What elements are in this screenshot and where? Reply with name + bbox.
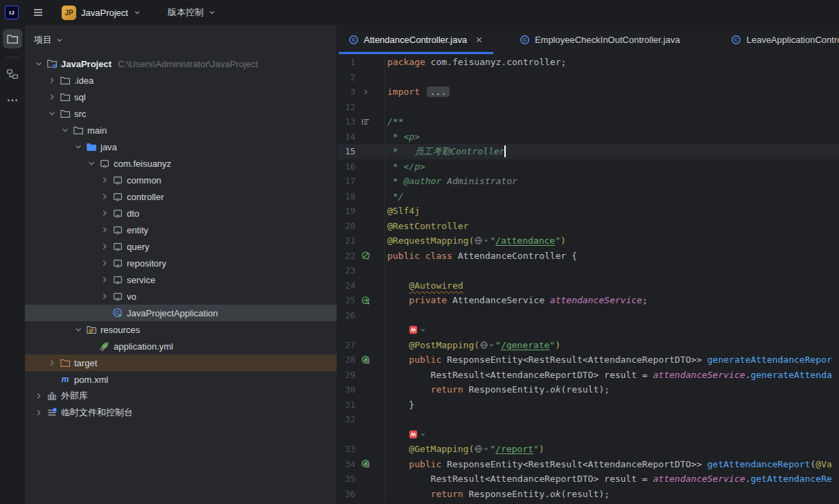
tree-item-service[interactable]: service bbox=[25, 271, 337, 288]
chevron-right-icon[interactable] bbox=[100, 225, 109, 235]
more-tools-button[interactable] bbox=[3, 91, 22, 110]
tree-item-.idea[interactable]: .idea bbox=[25, 72, 337, 89]
chevron-right-icon[interactable] bbox=[100, 192, 109, 201]
chevron-down-icon[interactable] bbox=[87, 159, 96, 168]
spring-bean-icon[interactable] bbox=[361, 251, 371, 260]
code-line[interactable]: 33 @GetMapping("/report") bbox=[337, 442, 839, 457]
chevron-right-icon[interactable] bbox=[100, 291, 109, 301]
code-line[interactable]: 26 bbox=[337, 308, 839, 323]
toggle-rendered-doc-icon[interactable] bbox=[361, 117, 371, 127]
url-globe-icon[interactable] bbox=[474, 444, 489, 453]
inlay-row[interactable] bbox=[337, 323, 839, 338]
java-class-icon: C bbox=[348, 35, 359, 45]
code-line[interactable]: 17 * @author Administrator bbox=[337, 174, 839, 189]
tree-item-controller[interactable]: controller bbox=[25, 188, 337, 205]
chevron-right-icon[interactable] bbox=[100, 258, 109, 268]
code-line[interactable]: 18 */ bbox=[337, 189, 839, 204]
fold-region-toggle-icon[interactable] bbox=[362, 88, 370, 96]
chevron-right-icon[interactable] bbox=[100, 175, 109, 185]
code-line[interactable]: 22public class AttendanceController { bbox=[337, 249, 839, 264]
code-line[interactable]: 2 bbox=[337, 70, 839, 85]
code-line[interactable]: 32 bbox=[337, 412, 839, 427]
code-line[interactable]: 21@RequestMapping("/attendance") bbox=[337, 233, 839, 249]
tree-item-com.feisuanyz[interactable]: com.feisuanyz bbox=[25, 155, 337, 172]
rest-endpoint-icon[interactable] bbox=[361, 459, 371, 469]
tree-item-repository[interactable]: repository bbox=[25, 255, 337, 271]
tab-employeecheckinoutcontroller.java[interactable]: CEmployeeCheckInOutController.java bbox=[510, 25, 690, 54]
chevron-right-icon[interactable] bbox=[100, 275, 109, 285]
chevron-right-icon[interactable] bbox=[47, 75, 57, 85]
tree-item-entity[interactable]: entity bbox=[25, 222, 337, 238]
inlay-row[interactable] bbox=[337, 427, 839, 442]
tree-item-pom.xml[interactable]: mpom.xml bbox=[25, 371, 337, 388]
tree-item-src[interactable]: src bbox=[25, 105, 337, 122]
tree-item-java[interactable]: java bbox=[25, 138, 337, 155]
text-caret bbox=[504, 145, 506, 157]
code-line[interactable]: 20@RestController bbox=[337, 219, 839, 234]
tree-item-main[interactable]: main bbox=[25, 122, 337, 138]
chevron-down-icon[interactable] bbox=[60, 125, 70, 135]
tree-item-javaprojectapplication[interactable]: CJavaProjectApplication bbox=[25, 305, 337, 321]
code-line[interactable]: 3import ... bbox=[337, 84, 839, 100]
chevron-right-icon[interactable] bbox=[34, 408, 44, 417]
chevron-down-icon[interactable] bbox=[420, 327, 426, 333]
tree-item-vo[interactable]: vo bbox=[25, 288, 337, 305]
code-line[interactable]: 31 } bbox=[337, 397, 839, 413]
code-line[interactable]: 34 public ResponseEntity<RestResult<Atte… bbox=[337, 457, 839, 472]
code-line[interactable]: 16 * </p> bbox=[337, 159, 839, 174]
chevron-down-icon[interactable] bbox=[73, 142, 83, 152]
code-line[interactable]: 14 * <p> bbox=[337, 129, 839, 145]
tab-close-button[interactable] bbox=[475, 35, 484, 44]
project-tool-button[interactable] bbox=[3, 29, 22, 48]
url-globe-icon[interactable] bbox=[479, 341, 495, 350]
code-line[interactable]: 25 private AttendanceService attendanceS… bbox=[337, 293, 839, 308]
chevron-right-icon[interactable] bbox=[34, 391, 44, 401]
tree-item-javaproject[interactable]: JavaProjectC:\Users\Administrator\JavaPr… bbox=[25, 55, 337, 72]
code-line[interactable]: 29 RestResult<AttendanceReportDTO> resul… bbox=[337, 368, 839, 383]
tab-attendancecontroller.java[interactable]: CAttendanceController.java bbox=[339, 25, 493, 54]
api-plugin-badge[interactable] bbox=[409, 430, 426, 439]
autowired-dependency-icon[interactable] bbox=[361, 296, 371, 305]
api-plugin-badge-icon[interactable] bbox=[409, 325, 418, 334]
chevron-right-icon[interactable] bbox=[100, 242, 109, 251]
tree-item-dto[interactable]: dto bbox=[25, 205, 337, 222]
code-line[interactable]: 24 @Autowired bbox=[337, 278, 839, 294]
chevron-down-icon[interactable] bbox=[47, 109, 57, 118]
folded-imports-region[interactable]: ... bbox=[427, 87, 450, 97]
api-plugin-badge-icon[interactable] bbox=[409, 430, 418, 439]
main-menu-button[interactable] bbox=[30, 4, 46, 21]
chevron-down-icon[interactable] bbox=[73, 325, 83, 334]
tree-item-sql[interactable]: sql bbox=[25, 89, 337, 105]
chevron-down-icon[interactable] bbox=[420, 431, 426, 438]
code-line[interactable]: 13/** bbox=[337, 114, 839, 129]
code-line[interactable]: 19@Slf4j bbox=[337, 204, 839, 219]
tree-item-query[interactable]: query bbox=[25, 238, 337, 255]
chevron-right-icon[interactable] bbox=[47, 92, 57, 102]
tree-item-application.yml[interactable]: application.yml bbox=[25, 338, 337, 354]
project-selector[interactable]: JP JavaProject bbox=[58, 3, 145, 22]
code-line[interactable]: 15 * 员工考勤Controller bbox=[337, 144, 839, 159]
code-line[interactable]: 35 RestResult<AttendanceReportDTO> resul… bbox=[337, 471, 839, 487]
code-line[interactable]: 23 bbox=[337, 263, 839, 278]
chevron-down-icon[interactable] bbox=[34, 59, 44, 69]
tree-item-resources[interactable]: resources bbox=[25, 321, 337, 338]
tab-leaveapplicationcontroller.java[interactable]: CLeaveApplicationController.java bbox=[721, 25, 839, 54]
url-globe-icon[interactable] bbox=[474, 236, 489, 245]
tree-item-target[interactable]: target bbox=[25, 354, 337, 371]
api-plugin-badge[interactable] bbox=[409, 325, 426, 334]
code-line[interactable]: 36 return ResponseEntity.ok(result); bbox=[337, 487, 839, 502]
code-line[interactable]: 12 bbox=[337, 100, 839, 115]
tree-item-临时文件和控制台[interactable]: 临时文件和控制台 bbox=[25, 404, 337, 421]
tree-item-外部库[interactable]: 外部库 bbox=[25, 388, 337, 404]
structure-tool-button[interactable] bbox=[3, 64, 22, 84]
code-line[interactable]: 28 public ResponseEntity<RestResult<Atte… bbox=[337, 352, 839, 368]
chevron-right-icon[interactable] bbox=[47, 358, 57, 368]
code-line[interactable]: 27 @PostMapping("/generate") bbox=[337, 338, 839, 353]
project-panel-header[interactable]: 项目 bbox=[25, 25, 337, 55]
code-line[interactable]: 30 return ResponseEntity.ok(result); bbox=[337, 382, 839, 397]
tree-item-common[interactable]: common bbox=[25, 172, 337, 188]
vcs-selector[interactable]: 版本控制 bbox=[164, 4, 220, 21]
rest-endpoint-icon[interactable] bbox=[361, 355, 371, 365]
chevron-right-icon[interactable] bbox=[100, 208, 109, 218]
code-line[interactable]: 1package com.feisuanyz.controller; bbox=[337, 55, 839, 70]
